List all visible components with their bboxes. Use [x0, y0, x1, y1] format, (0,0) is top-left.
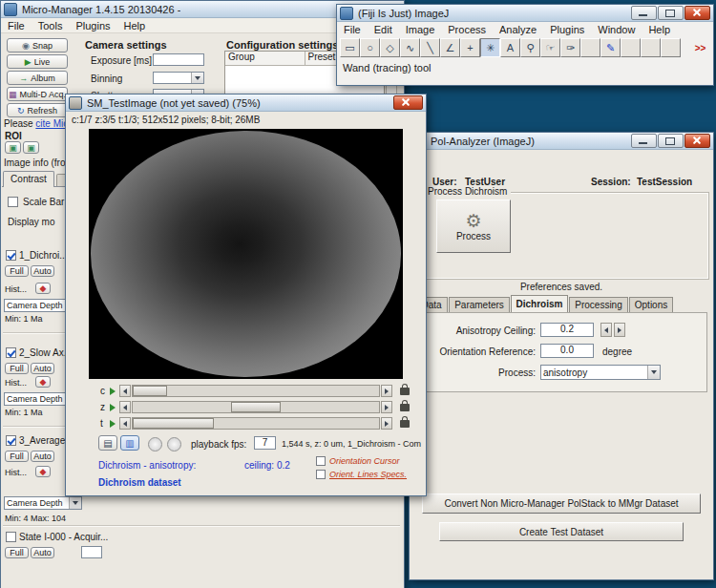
maximize-button[interactable] — [658, 134, 684, 148]
anisotropy-increment-button[interactable] — [614, 323, 625, 337]
anisotropy-decrement-button[interactable] — [600, 323, 612, 337]
minimize-button[interactable] — [631, 6, 657, 20]
channel-4-auto-button[interactable]: Auto — [31, 547, 54, 558]
menu-analyze[interactable]: Analyze — [493, 23, 543, 36]
angle-tool[interactable]: ∠ — [440, 38, 460, 57]
z-slider-left-button[interactable] — [119, 401, 131, 413]
polygon-tool[interactable]: ◇ — [380, 38, 400, 57]
channel-4-value-input[interactable] — [81, 546, 102, 558]
empty-tool-slot[interactable] — [661, 38, 681, 57]
close-button[interactable] — [684, 6, 710, 20]
line-tool[interactable]: ╲ — [420, 38, 440, 57]
roi-clear-button[interactable]: ▣ — [23, 141, 39, 154]
process-select[interactable]: anisotropy — [540, 365, 661, 380]
close-button[interactable] — [393, 95, 423, 110]
tab-contrast[interactable]: Contrast — [3, 171, 54, 187]
menu-plugins[interactable]: Plugins — [543, 23, 591, 36]
fiji-titlebar[interactable]: (Fiji Is Just) ImageJ — [337, 5, 713, 22]
wand-tool[interactable]: ✳ — [480, 38, 500, 57]
menu-file[interactable]: File — [337, 23, 368, 36]
create-test-dataset-button[interactable]: Create Test Dataset — [439, 522, 684, 541]
abort-button[interactable] — [148, 437, 162, 452]
t-slider-right-button[interactable] — [381, 417, 392, 430]
channel-1-auto-button[interactable]: Auto — [31, 265, 54, 277]
image-window-titlebar[interactable]: SM_TestImage (not yet saved) (75%) — [66, 94, 426, 112]
hand-tool[interactable]: ☞ — [540, 38, 560, 57]
album-button[interactable]: → Album — [7, 71, 68, 85]
point-tool[interactable]: + — [460, 38, 480, 57]
menu-edit[interactable]: Edit — [368, 23, 399, 36]
dropper-tool[interactable]: ✑ — [560, 38, 580, 57]
tab-dichroism[interactable]: Dichroism — [511, 295, 568, 312]
t-slider-left-button[interactable] — [119, 417, 131, 430]
process-button[interactable]: ⚙ Process — [436, 200, 511, 253]
exposure-input[interactable] — [153, 53, 204, 66]
menu-window[interactable]: Window — [591, 23, 642, 36]
more-tools-button[interactable]: >> — [690, 38, 710, 57]
c-slider-right-button[interactable] — [381, 385, 392, 397]
config-col-group[interactable]: Group — [225, 52, 305, 65]
c-lock-icon[interactable] — [400, 388, 410, 395]
c-slider-thumb[interactable] — [133, 386, 167, 396]
orientation-cursor-checkbox[interactable] — [316, 456, 326, 466]
z-lock-icon[interactable] — [400, 404, 410, 411]
channel-2-hist-button[interactable]: ◆ — [35, 376, 51, 388]
tab-processing[interactable]: Processing — [569, 297, 628, 312]
tab-options[interactable]: Options — [629, 297, 673, 312]
close-button[interactable] — [684, 134, 710, 148]
z-slider-thumb[interactable] — [231, 402, 281, 412]
menu-file[interactable]: File — [1, 19, 32, 32]
play-c-icon[interactable] — [110, 388, 116, 395]
channel-2-checkbox[interactable] — [6, 347, 16, 358]
save-button[interactable]: ▥ — [120, 435, 139, 451]
menu-help[interactable]: Help — [117, 19, 153, 32]
orient-lines-checkbox[interactable] — [316, 470, 326, 479]
t-slider-track[interactable] — [132, 417, 380, 430]
c-slider-left-button[interactable] — [119, 385, 131, 397]
roi-set-button[interactable]: ▣ — [5, 141, 21, 154]
empty-tool-slot[interactable] — [641, 38, 661, 57]
menu-tools[interactable]: Tools — [32, 19, 70, 32]
channel-3-depth-select[interactable]: Camera Depth — [4, 496, 82, 510]
playback-fps-input[interactable]: 7 — [254, 436, 276, 450]
multi-d-acq-button[interactable]: ▦ Multi-D Acq. — [7, 87, 68, 101]
t-lock-icon[interactable] — [400, 420, 410, 428]
c-slider-track[interactable] — [132, 385, 380, 397]
menu-plugins[interactable]: Plugins — [69, 19, 116, 32]
channel-3-auto-button[interactable]: Auto — [31, 451, 54, 462]
scale-bar-checkbox[interactable] — [8, 197, 18, 207]
t-slider-thumb[interactable] — [133, 418, 214, 429]
empty-tool-slot[interactable] — [580, 38, 600, 57]
channel-2-auto-button[interactable]: Auto — [31, 363, 54, 374]
channel-3-full-button[interactable]: Full — [5, 451, 29, 462]
orientation-reference-input[interactable]: 0.0 — [540, 344, 594, 358]
freehand-tool[interactable]: ∿ — [400, 38, 420, 57]
minimize-button[interactable] — [631, 134, 657, 148]
empty-tool-slot[interactable] — [621, 38, 641, 57]
refresh-button[interactable]: ↻ Refresh — [7, 103, 68, 117]
zoom-tool[interactable]: ⚲ — [520, 38, 540, 57]
rectangle-tool[interactable]: ▭ — [340, 38, 360, 57]
z-slider-track[interactable] — [132, 401, 380, 413]
binning-select[interactable] — [153, 72, 204, 84]
channel-3-checkbox[interactable] — [6, 435, 16, 446]
menu-image[interactable]: Image — [399, 23, 442, 36]
play-z-icon[interactable] — [110, 404, 116, 411]
pol-titlebar[interactable]: Pol-Analyzer (ImageJ) — [410, 133, 713, 150]
live-button[interactable]: ▶ Live — [7, 54, 68, 69]
channel-2-full-button[interactable]: Full — [5, 363, 29, 374]
pause-button[interactable] — [167, 437, 181, 452]
image-canvas[interactable] — [89, 129, 403, 379]
tab-parameters[interactable]: Parameters — [449, 297, 510, 312]
channel-4-checkbox[interactable] — [6, 532, 16, 542]
anisotropy-ceiling-input[interactable]: 0.2 — [540, 323, 594, 337]
snap-button[interactable]: ◉ Snap — [7, 38, 68, 52]
oval-tool[interactable]: ○ — [360, 38, 380, 57]
channel-1-checkbox[interactable] — [6, 250, 16, 261]
show-folder-button[interactable]: ▤ — [98, 435, 117, 451]
menu-process[interactable]: Process — [441, 23, 493, 36]
channel-1-hist-button[interactable]: ◆ — [35, 283, 51, 294]
convert-polstack-button[interactable]: Convert Non Micro-Manager PolStack to MM… — [422, 494, 701, 514]
menu-help[interactable]: Help — [642, 23, 677, 36]
channel-4-full-button[interactable]: Full — [5, 547, 29, 558]
